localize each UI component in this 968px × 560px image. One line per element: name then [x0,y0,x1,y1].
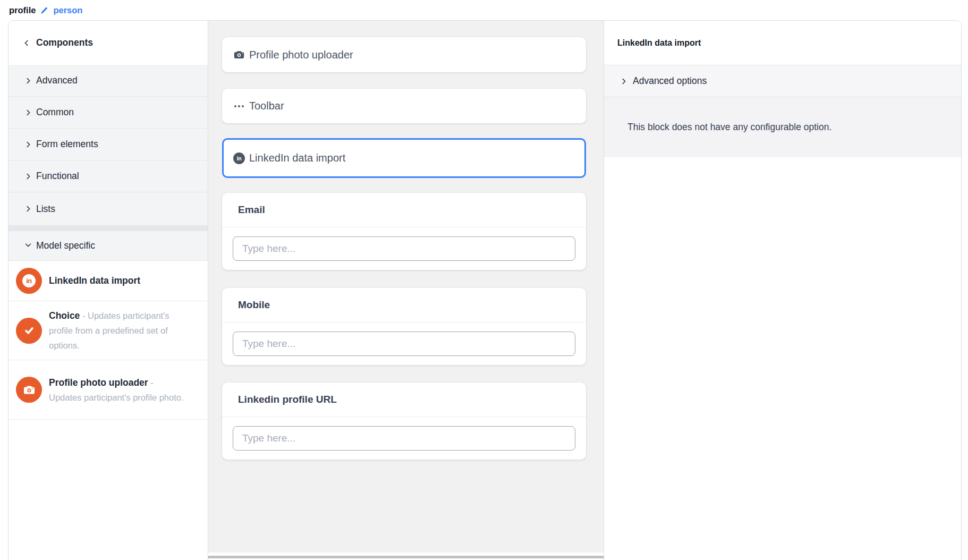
field-label-row: Mobile [222,288,586,323]
back-chevron-icon[interactable] [23,39,30,47]
chevron-right-icon [24,141,32,148]
sidebar-category-functional[interactable]: Functional [9,160,208,192]
breadcrumb-person-link[interactable]: person [53,5,82,15]
category-label: Common [36,107,74,118]
linkedin-icon: in [16,268,42,294]
component-item-title: LinkedIn data import [49,275,140,286]
edit-pencil-icon[interactable] [40,6,48,14]
chevron-down-icon [24,241,32,251]
component-item-linkedin-data-import[interactable]: in LinkedIn data import [9,261,208,301]
category-label: Model specific [36,240,95,251]
block-inspector-panel: LinkedIn data import Advanced options Th… [604,21,961,560]
field-label: Linkedin profile URL [238,394,337,405]
canvas-field-linkedin-profile-url[interactable]: Linkedin profile URL [222,383,586,460]
field-label-row: Email [222,193,586,227]
canvas-field-email[interactable]: Email [222,193,586,270]
sidebar-category-common[interactable]: Common [9,97,208,129]
sidebar-category-advanced[interactable]: Advanced [9,65,208,97]
sidebar-category-form-elements[interactable]: Form elements [9,129,208,160]
field-label: Email [238,204,265,216]
camera-icon [16,377,42,403]
component-item-title: Profile photo uploader [49,377,148,388]
component-item-text: Profile photo uploader - Updates partici… [49,375,186,405]
linkedin-url-field[interactable] [233,426,575,451]
dots-icon [233,104,245,108]
canvas-block-linkedin-data-import-selected[interactable]: in LinkedIn data import [222,138,586,178]
inspector-header: LinkedIn data import [604,21,961,65]
form-canvas: Profile photo uploader Toolbar in Linked… [208,21,604,560]
category-label: Form elements [36,139,98,150]
sidebar-category-model-specific[interactable]: Model specific [9,231,208,261]
field-label: Mobile [238,299,270,311]
component-item-choice[interactable]: Choice - Updates participant's profile f… [9,301,208,360]
canvas-block-profile-photo-uploader[interactable]: Profile photo uploader [222,37,586,72]
component-item-profile-photo-uploader[interactable]: Profile photo uploader - Updates partici… [9,360,208,420]
field-input-row [222,227,586,261]
advanced-options-toggle[interactable]: Advanced options [604,65,961,97]
canvas-block-label: Profile photo uploader [249,49,353,61]
advanced-options-label: Advanced options [633,75,707,87]
canvas-block-label: Toolbar [249,100,284,112]
section-separator [9,226,208,231]
canvas-block-label: LinkedIn data import [249,152,345,164]
components-sidebar: Components Advanced Common Form elements… [9,21,208,560]
email-field[interactable] [233,236,575,261]
field-input-row [222,417,586,451]
field-label-row: Linkedin profile URL [222,383,586,417]
canvas-field-mobile[interactable]: Mobile [222,288,586,365]
linkedin-icon: in [233,152,245,164]
sidebar-header: Components [9,21,208,65]
mobile-field[interactable] [233,332,575,356]
field-input-row [222,323,586,356]
camera-icon [233,49,245,61]
chevron-right-icon [620,78,627,85]
inspector-title: LinkedIn data import [617,38,701,48]
category-label: Advanced [36,75,78,86]
component-item-text: Choice - Updates participant's profile f… [49,308,186,353]
breadcrumb-model-name: profile [9,5,36,15]
inspector-empty-band: This block does not have any configurabl… [604,97,961,157]
breadcrumb: profile person [0,0,968,20]
inspector-empty-message: This block does not have any configurabl… [627,122,831,133]
form-builder-screen: profile person Components Advanced Commo… [0,0,968,560]
category-label: Functional [36,171,79,182]
sidebar-category-lists[interactable]: Lists [9,192,208,226]
chevron-right-icon [24,173,32,180]
chevron-right-icon [24,77,32,84]
category-label: Lists [36,203,55,215]
canvas-block-toolbar[interactable]: Toolbar [222,89,586,123]
sidebar-title: Components [36,37,93,48]
builder-container: Components Advanced Common Form elements… [8,20,962,560]
next-page-edge [208,556,604,558]
chevron-right-icon [24,109,32,116]
chevron-right-icon [24,205,32,213]
check-icon [16,318,42,344]
component-item-title: Choice [49,310,80,321]
